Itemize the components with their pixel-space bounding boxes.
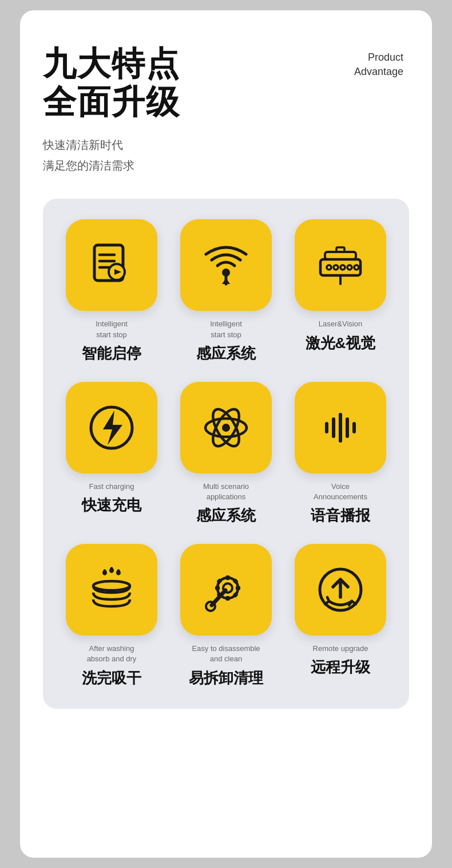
en-label-charging: Fast charging <box>89 482 134 492</box>
zh-label-absorb: 洗完吸干 <box>82 668 141 688</box>
en-label-voice: VoiceAnnouncements <box>314 482 367 502</box>
zh-label-voice: 语音播报 <box>311 506 370 526</box>
en-label-upgrade: Remote upgrade <box>313 644 368 654</box>
zh-label-charging: 快速充电 <box>82 495 141 515</box>
sound-wave-icon <box>315 402 366 453</box>
svg-rect-33 <box>226 596 230 601</box>
feature-disassemble: Easy to disassembleand clean 易拆卸清理 <box>175 544 277 688</box>
svg-point-15 <box>347 265 352 270</box>
en-label-laser: Laser&Vision <box>319 319 362 329</box>
zh-label-laser: 激光&视觉 <box>306 333 376 353</box>
task-list-icon <box>86 239 137 291</box>
svg-rect-10 <box>325 252 356 259</box>
svg-point-20 <box>222 424 230 432</box>
page-wrapper: 九大特点全面升级 ProductAdvantage 快速清洁新时代 满足您的清洁… <box>20 10 432 858</box>
product-advantage: ProductAdvantage <box>354 50 403 79</box>
feature-fast-charging: Fast charging 快速充电 <box>60 382 163 526</box>
svg-rect-35 <box>236 586 240 590</box>
laser-machine-icon <box>315 239 366 291</box>
svg-point-12 <box>327 265 331 270</box>
en-label-multi: Multi scenarioapplications <box>203 482 249 502</box>
wrench-gear-icon <box>200 564 252 616</box>
feature-voice: VoiceAnnouncements 语音播报 <box>289 382 392 526</box>
zh-label-multi: 感应系统 <box>196 506 256 526</box>
zh-label-upgrade: 远程升级 <box>311 657 370 677</box>
subtitle-line1: 快速清洁新时代 <box>43 135 409 155</box>
svg-marker-8 <box>222 278 230 284</box>
subtitle: 快速清洁新时代 满足您的清洁需求 <box>43 135 409 176</box>
svg-point-29 <box>93 581 130 590</box>
icon-box-upgrade <box>295 544 386 636</box>
header-section: 九大特点全面升级 ProductAdvantage 快速清洁新时代 满足您的清洁… <box>43 45 409 176</box>
svg-point-14 <box>340 265 345 270</box>
icon-box-voice <box>295 382 386 474</box>
icon-box-absorb <box>66 544 157 636</box>
atom-icon <box>200 402 252 453</box>
en-label-sensor: Intelligentstart stop <box>210 319 242 340</box>
en-label-intelligent: Intelligentstart stop <box>96 319 128 340</box>
feature-laser-vision: Laser&Vision 激光&视觉 <box>289 219 392 363</box>
icon-box-sensor <box>180 219 272 311</box>
icon-box-multi <box>180 382 272 474</box>
feature-absorb: After washingabsorb and dry 洗完吸干 <box>60 544 163 688</box>
grid-container: Intelligentstart stop 智能启停 Inte <box>43 199 409 708</box>
svg-point-16 <box>354 265 359 270</box>
wifi-signal-icon <box>200 239 252 291</box>
svg-rect-32 <box>226 575 230 580</box>
lightning-icon <box>86 402 137 453</box>
features-grid: Intelligentstart stop 智能启停 Inte <box>60 219 392 688</box>
zh-label-intelligent: 智能启停 <box>82 344 141 364</box>
feature-sensor-system: Intelligentstart stop 感应系统 <box>175 219 277 363</box>
absorb-icon <box>86 564 137 616</box>
subtitle-line2: 满足您的清洁需求 <box>43 155 409 176</box>
zh-label-disassemble: 易拆卸清理 <box>189 668 263 688</box>
feature-multi-scenario: Multi scenarioapplications 感应系统 <box>175 382 277 526</box>
zh-label-sensor: 感应系统 <box>196 344 256 364</box>
svg-point-13 <box>334 265 338 270</box>
feature-remote-upgrade: Remote upgrade 远程升级 <box>289 544 392 688</box>
upload-circle-icon <box>315 564 366 616</box>
en-label-disassemble: Easy to disassembleand clean <box>192 644 260 664</box>
svg-marker-19 <box>103 411 122 445</box>
icon-box-charging <box>66 382 157 474</box>
icon-box-laser <box>295 219 386 311</box>
svg-rect-17 <box>336 247 344 252</box>
icon-box-disassemble <box>180 544 272 636</box>
feature-intelligent-start-stop: Intelligentstart stop 智能启停 <box>60 219 163 363</box>
en-label-absorb: After washingabsorb and dry <box>87 644 137 664</box>
icon-box-intelligent <box>66 219 157 311</box>
svg-rect-34 <box>215 586 220 590</box>
